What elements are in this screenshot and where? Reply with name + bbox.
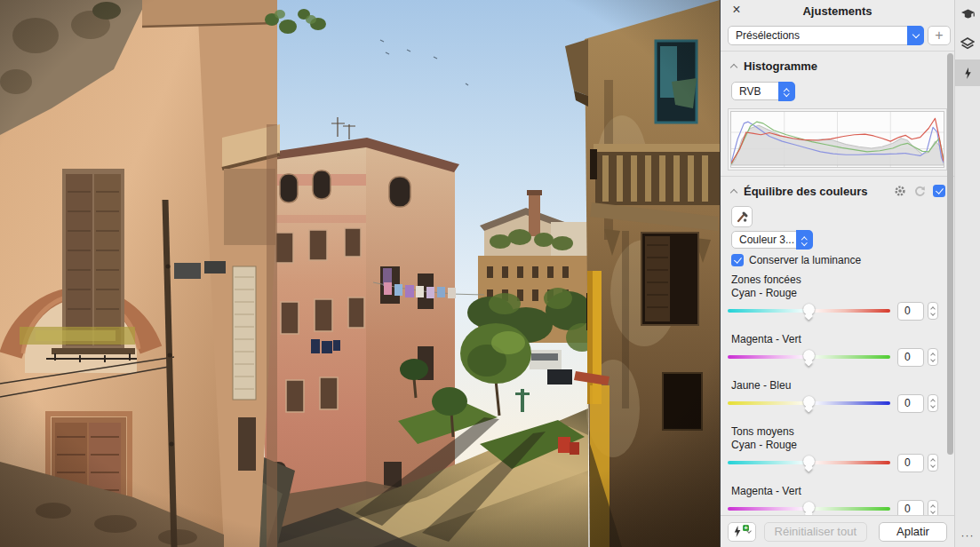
- slider-row: [728, 347, 938, 367]
- slider-label: Cyan - Rouge: [731, 439, 938, 451]
- stepper-chevrons-icon: [796, 230, 813, 250]
- slider-block: Cyan - Rouge: [728, 287, 938, 321]
- histogram-section-header: Histogramme: [721, 59, 954, 73]
- slider-thumb[interactable]: [803, 456, 815, 467]
- app-window: × Ajustements Présélections + Histogramm…: [0, 0, 980, 547]
- color-picker-button[interactable]: [731, 206, 753, 227]
- lightning-icon: [963, 67, 973, 80]
- slider-value-input[interactable]: [897, 348, 924, 367]
- preserve-luminance-checkbox[interactable]: [731, 254, 744, 266]
- slider-label: Jaune - Bleu: [731, 379, 938, 392]
- close-icon[interactable]: ×: [729, 2, 745, 18]
- reset-undo-icon[interactable]: [913, 185, 926, 197]
- studio-rail: ···: [954, 0, 980, 547]
- slider-group: Zones foncées Cyan - Rouge Magenta - Ver…: [728, 274, 938, 413]
- histogram-canvas: [731, 112, 944, 167]
- rail-tab-graduation-cap[interactable]: [955, 1, 980, 28]
- collapse-chevron-icon[interactable]: [730, 63, 737, 70]
- enable-checkbox[interactable]: [933, 185, 945, 197]
- slider-control[interactable]: [728, 301, 890, 321]
- slider-thumb[interactable]: [803, 304, 815, 315]
- slider-block: Magenta - Vert: [728, 333, 938, 367]
- group-sliders: Cyan - Rouge Magenta - Vert: [728, 287, 938, 413]
- group-sliders: Cyan - Rouge Magenta - Vert: [728, 439, 938, 519]
- slider-control[interactable]: [728, 347, 890, 367]
- slider-control[interactable]: [728, 453, 890, 472]
- eyedropper-icon: [736, 210, 749, 224]
- panel-title: Ajustements: [802, 4, 872, 18]
- photo-canvas[interactable]: [0, 0, 720, 547]
- group-heading: Zones foncées: [731, 274, 938, 286]
- layers-icon: [960, 37, 975, 50]
- panel-footer: + Réinitialiser tout Aplatir: [721, 515, 954, 547]
- slider-value-input[interactable]: [897, 394, 924, 413]
- group-heading: Tons moyens: [731, 425, 938, 438]
- color-balance-section-title: Équilibre des couleurs: [744, 185, 867, 198]
- stepper-down-icon: [930, 403, 936, 408]
- stepper-down-icon: [930, 311, 936, 316]
- slider-row: [728, 453, 938, 472]
- chevron-down-icon: [907, 26, 924, 45]
- slider-value-input[interactable]: [897, 302, 924, 321]
- flatten-button[interactable]: Aplatir: [879, 522, 947, 542]
- adjustments-panel: × Ajustements Présélections + Histogramm…: [720, 0, 954, 547]
- reset-all-button[interactable]: Réinitialiser tout: [764, 522, 867, 542]
- value-stepper[interactable]: [928, 454, 938, 472]
- lightning-add-icon: [732, 525, 743, 538]
- histogram-plot: [730, 111, 944, 168]
- slider-label: Cyan - Rouge: [731, 287, 938, 299]
- slider-row: [728, 393, 938, 413]
- stepper-chevrons-icon: [778, 82, 795, 101]
- range-dropdown-label: Couleur 3...: [732, 234, 796, 246]
- slider-value-input[interactable]: [897, 454, 924, 472]
- presets-dropdown-label: Présélections: [729, 29, 907, 42]
- slider-block: Jaune - Bleu: [728, 379, 938, 413]
- gear-icon[interactable]: [894, 185, 906, 197]
- chevron-down-icon: [746, 528, 752, 534]
- slider-row: [728, 301, 938, 321]
- slider-block: Magenta - Vert: [728, 485, 938, 519]
- graduation-cap-icon: [960, 8, 976, 20]
- preserve-luminance-row: Conserver la luminance: [731, 254, 954, 266]
- slider-label: Magenta - Vert: [731, 485, 938, 497]
- new-adjustment-button[interactable]: +: [728, 522, 756, 542]
- presets-row: Présélections +: [721, 26, 954, 45]
- slider-thumb[interactable]: [803, 502, 815, 513]
- collapse-chevron-icon[interactable]: [730, 188, 737, 195]
- rail-tab-adjustments[interactable]: [955, 59, 980, 86]
- stepper-down-icon: [930, 357, 936, 362]
- presets-dropdown[interactable]: Présélections: [728, 26, 924, 45]
- more-options-icon[interactable]: ···: [955, 529, 980, 542]
- slider-thumb[interactable]: [803, 350, 815, 361]
- preserve-luminance-label: Conserver la luminance: [749, 254, 861, 266]
- divider: [721, 51, 954, 52]
- slider-block: Cyan - Rouge: [728, 439, 938, 472]
- value-stepper[interactable]: [928, 348, 938, 366]
- add-preset-button[interactable]: +: [928, 26, 951, 45]
- stepper-down-icon: [930, 463, 936, 468]
- divider: [721, 176, 954, 177]
- street-photo-illustration: [0, 0, 720, 547]
- histogram-section-title: Histogramme: [744, 59, 817, 73]
- vertical-scrollbar[interactable]: [947, 53, 953, 455]
- range-dropdown[interactable]: Couleur 3...: [731, 231, 813, 249]
- slider-label: Magenta - Vert: [731, 333, 938, 345]
- stepper-down-icon: [930, 509, 936, 514]
- channel-dropdown[interactable]: RVB: [731, 82, 795, 100]
- slider-groups: Zones foncées Cyan - Rouge Magenta - Ver…: [721, 274, 954, 519]
- value-stepper[interactable]: [928, 302, 938, 320]
- rail-tab-layers[interactable]: [955, 30, 980, 57]
- slider-control[interactable]: [728, 393, 890, 413]
- panel-header: × Ajustements: [721, 0, 954, 21]
- slider-thumb[interactable]: [803, 396, 815, 408]
- slider-group: Tons moyens Cyan - Rouge Magenta - Vert: [728, 425, 938, 519]
- color-balance-section-header: Équilibre des couleurs: [721, 184, 954, 198]
- histogram-box: [728, 108, 947, 170]
- value-stepper[interactable]: [928, 394, 938, 412]
- channel-dropdown-label: RVB: [732, 85, 778, 98]
